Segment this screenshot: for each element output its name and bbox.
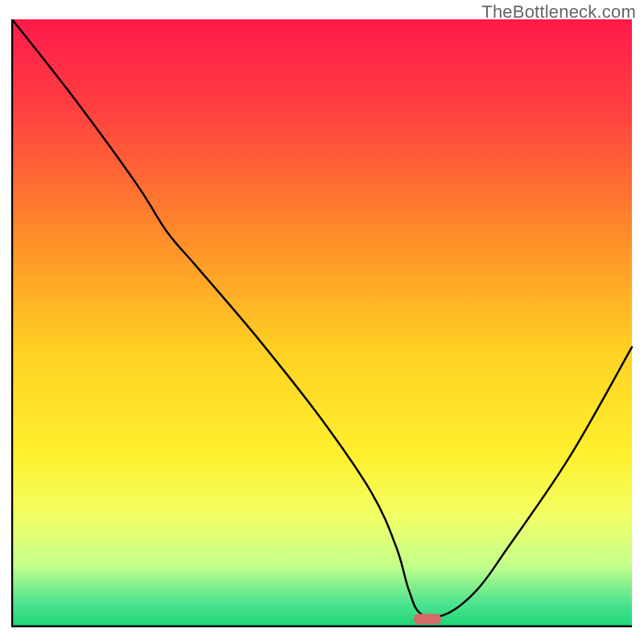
optimal-marker [414, 614, 441, 625]
chart-svg [11, 19, 633, 633]
chart-stage: TheBottleneck.com [0, 0, 644, 644]
watermark-text: TheBottleneck.com [481, 2, 636, 23]
plot-frame [11, 19, 633, 633]
gradient-background [12, 19, 632, 625]
